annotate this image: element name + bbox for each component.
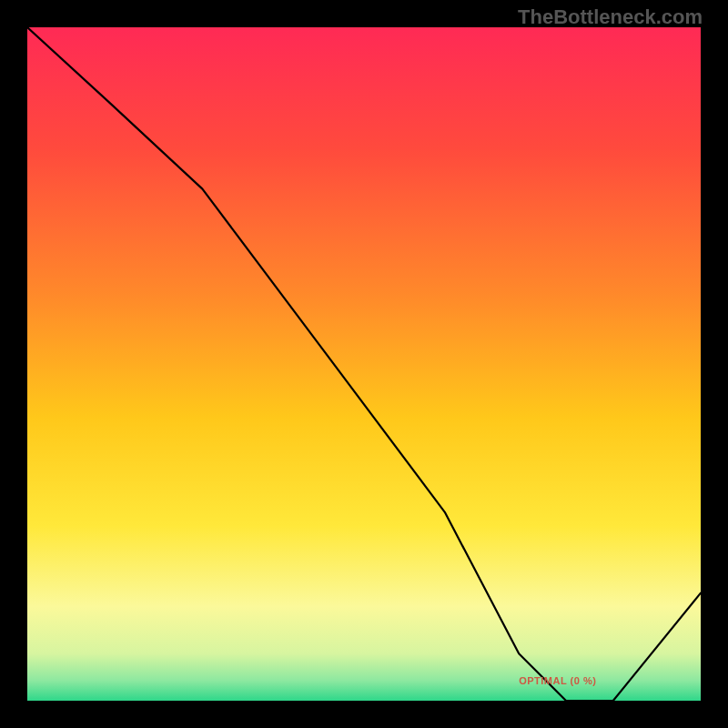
plot-area: OPTIMAL (0 %)	[27, 27, 701, 701]
watermark: TheBottleneck.com	[518, 5, 703, 29]
chart-svg	[27, 27, 701, 701]
optimal-region-label: OPTIMAL (0 %)	[519, 675, 596, 686]
chart-container: TheBottleneck.com OPTIMAL (0 %)	[0, 0, 728, 728]
gradient-background	[27, 27, 701, 701]
